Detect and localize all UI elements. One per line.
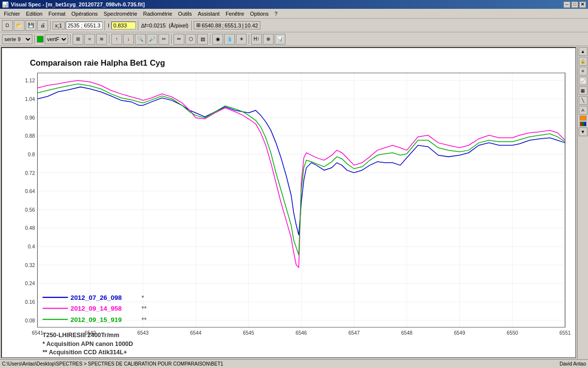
color-select[interactable]: vertF (45, 34, 68, 44)
svg-text:0.32: 0.32 (25, 263, 35, 268)
rt-scroll-up[interactable]: ▲ (579, 47, 588, 56)
tb-btn-3[interactable]: ≋ (96, 34, 107, 45)
svg-text:6544: 6544 (190, 330, 202, 336)
menu-item-?[interactable]: ? (272, 10, 281, 18)
svg-text:1.04: 1.04 (25, 97, 35, 102)
menu-item-spectrométrie[interactable]: Spectrométrie (101, 10, 140, 18)
save-button[interactable]: 💾 (26, 20, 36, 31)
menu-item-fichier[interactable]: Fichier (1, 10, 23, 18)
tb-btn-6[interactable]: ✂ (158, 34, 169, 45)
legend-magenta-label: 2012_09_14_958 (71, 305, 122, 312)
tb-btn-5[interactable]: ↓ (123, 34, 134, 45)
tb-btn-10[interactable]: ◉ (212, 34, 223, 45)
menu-item-outils[interactable]: Outils (175, 10, 195, 18)
maximize-button[interactable]: □ (571, 1, 578, 8)
tb-btn-zoom-out[interactable]: 🔎 (147, 34, 157, 45)
svg-text:0.96: 0.96 (25, 115, 35, 121)
app-icon: 📊 (2, 1, 9, 8)
toolbar1: 🗋 📂 💾 🖨 x;1 2535 ; 6551.3 I 0.833 ∆f=0.0… (0, 19, 588, 32)
svg-text:6541: 6541 (32, 330, 43, 336)
menu-item-edition[interactable]: Edition (23, 10, 46, 18)
rt-color2[interactable] (580, 122, 587, 126)
menu-item-radiométrie[interactable]: Radiométrie (140, 10, 175, 18)
toolbar2: serie 1serie 2serie 3serie 4serie 5serie… (0, 32, 588, 46)
print-button[interactable]: 🖨 (37, 20, 48, 31)
rt-bar[interactable]: ▦ (579, 86, 588, 95)
pixel-label: (Å/pixel) (168, 23, 189, 28)
separator5 (34, 34, 35, 44)
rt-scroll-down[interactable]: ▼ (579, 127, 588, 136)
series-select[interactable]: serie 1serie 2serie 3serie 4serie 5serie… (2, 34, 32, 44)
i-label: I (107, 23, 110, 28)
svg-text:6546: 6546 (296, 330, 307, 336)
tb-btn-7[interactable]: ✏ (174, 34, 184, 45)
rt-eq[interactable]: ≡ (579, 67, 588, 75)
tb-btn-11[interactable]: 💧 (224, 34, 235, 45)
separator6 (70, 34, 71, 44)
svg-text:6551: 6551 (560, 330, 571, 336)
color-indicator[interactable] (37, 36, 44, 43)
annotation-line2: * Acquisition APN canon 1000D (43, 341, 133, 347)
menu-item-opérations[interactable]: Opérations (69, 10, 101, 18)
window-title: Visual Spec - [m_bet1cyg_20120727_098vh-… (11, 1, 563, 7)
menu-item-fenêtre[interactable]: Fenêtre (223, 10, 247, 18)
rt-lock[interactable]: 🔒 (579, 57, 588, 66)
right-toolbar: ▲ 🔒 ≡ 📈 ▦ ╲ A ▼ (577, 46, 588, 359)
tb-btn-13[interactable]: H↑ (251, 34, 262, 45)
tb-btn-2[interactable]: ≈ (84, 34, 95, 45)
svg-text:0.72: 0.72 (25, 171, 35, 176)
status-path: C:\Users\Antao\Desktop\SPECTRES > SPECTR… (2, 361, 223, 367)
separator2 (104, 21, 105, 30)
tb-btn-4[interactable]: ↑ (111, 34, 122, 45)
tb-btn-1[interactable]: ⊞ (73, 34, 83, 45)
chart-container[interactable]: Comparaison raie Halpha Bet1 Cyg 1.12 1.… (1, 47, 576, 358)
tb-btn-14[interactable]: ⊕ (263, 34, 274, 45)
x-value: 2535 ; 6551.3 (66, 22, 102, 29)
tb-btn-12[interactable]: ☀ (236, 34, 247, 45)
tb-btn-15[interactable]: 📊 (275, 34, 285, 45)
tb-btn-8[interactable]: ⬡ (185, 34, 196, 45)
svg-text:0.64: 0.64 (25, 189, 35, 194)
svg-text:0.56: 0.56 (25, 207, 35, 213)
position-box: ⊞ 6540.88 ; 6551.3 | 10.42 (194, 21, 260, 29)
menu-bar: FichierEditionFormatOpérationsSpectromét… (0, 9, 588, 19)
svg-text:6547: 6547 (348, 330, 359, 336)
separator9 (210, 34, 210, 44)
rt-chart[interactable]: 📈 (579, 76, 588, 85)
minimize-button[interactable]: ─ (563, 1, 570, 8)
menu-item-assistant[interactable]: Assistant (195, 10, 223, 18)
svg-text:6550: 6550 (507, 330, 518, 336)
separator7 (109, 34, 109, 44)
pos-icon: ⊞ (196, 22, 201, 28)
tb-btn-9[interactable]: ▤ (197, 34, 208, 45)
svg-text:6545: 6545 (243, 330, 254, 336)
separator (50, 21, 51, 30)
coord-mode: x;1 (52, 22, 65, 29)
annotation-line3: ** Acquisition CCD Atik314L+ (43, 349, 127, 356)
new-button[interactable]: 🗋 (2, 20, 13, 31)
svg-text:0.48: 0.48 (25, 226, 35, 231)
tb-btn-zoom-in[interactable]: 🔍 (135, 34, 146, 45)
svg-text:0.4: 0.4 (28, 244, 35, 249)
separator3 (138, 21, 138, 30)
close-button[interactable]: ✕ (579, 1, 586, 8)
status-author: David Antao (560, 361, 586, 367)
annotation-line1: T250-LHIRESIII 2400Tr/mm (43, 332, 119, 339)
i-value: 0.833 (111, 22, 136, 29)
pos-extra: 10.42 (245, 23, 258, 28)
svg-text:0.08: 0.08 (25, 318, 35, 323)
svg-text:6543: 6543 (137, 330, 149, 336)
separator10 (249, 34, 249, 44)
rt-text[interactable]: A (579, 106, 588, 115)
svg-text:0.88: 0.88 (25, 133, 35, 139)
menu-item-format[interactable]: Format (46, 10, 69, 18)
legend-green-label: 2012_09_15_919 (71, 316, 122, 323)
legend-green-suffix: ** (141, 316, 146, 323)
open-button[interactable]: 📂 (14, 20, 25, 31)
rt-line[interactable]: ╲ (579, 96, 588, 105)
svg-text:0.8: 0.8 (28, 152, 35, 157)
rt-color1[interactable] (580, 116, 587, 121)
chart-svg: Comparaison raie Halpha Bet1 Cyg 1.12 1.… (2, 48, 575, 357)
status-bar: C:\Users\Antao\Desktop\SPECTRES > SPECTR… (0, 359, 588, 368)
menu-item-options[interactable]: Options (247, 10, 272, 18)
